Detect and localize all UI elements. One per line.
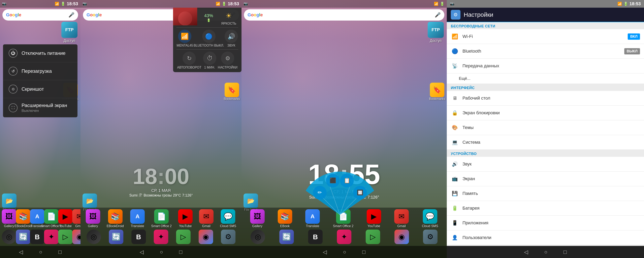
home-button-2[interactable]: ○ — [160, 249, 163, 255]
app-cloudsms-3[interactable]: 💬 Cloud SMS — [422, 209, 438, 228]
dock-helium-1[interactable]: 🔄 — [16, 230, 30, 245]
dock-playstore-3[interactable]: ▷ — [366, 230, 380, 245]
app-gmail-2[interactable]: ✉ Gmail — [199, 209, 214, 228]
dock-chrome-3[interactable]: ◉ — [394, 230, 409, 245]
youtube-icon-1: ▶ — [58, 209, 73, 224]
system-item[interactable]: 💻 Система — [447, 135, 644, 150]
settings-quick-tile[interactable]: ⚙ НАСТРОЙКИ — [218, 52, 238, 69]
app-translate-2[interactable]: A Translate — [130, 209, 145, 228]
storage-item[interactable]: 💾 Память — [447, 186, 644, 201]
search-bar-1[interactable]: Google 🎤 — [2, 9, 78, 21]
dock-orb-2[interactable]: ◎ — [86, 230, 101, 245]
home-button-3[interactable]: ○ — [343, 249, 346, 255]
app-youtube-1[interactable]: ▶ YouTube — [58, 209, 72, 228]
wifi-setting-item[interactable]: 📶 Wi-Fi ВКЛ — [447, 29, 644, 44]
themes-item[interactable]: 🎨 Темы — [447, 120, 644, 135]
app-gallery-1[interactable]: 🖼 Gallery — [2, 209, 16, 228]
youtube-label-3: YouTube — [368, 224, 380, 228]
notification-avatar — [173, 8, 197, 25]
app-smartoffice-1[interactable]: 📄 Smart Office 2 — [44, 209, 58, 228]
autorotate-tile[interactable]: ↻ АВТОПОВОРОТ — [177, 52, 202, 69]
bluetooth-setting-item[interactable]: 🔵 Bluetooth ВЫКЛ — [447, 44, 644, 59]
app-gmail-1[interactable]: ✉ Gmail — [72, 209, 80, 228]
bluetooth-toggle[interactable]: ВЫКЛ — [624, 48, 640, 54]
mic-icon-3[interactable]: 🎤 — [435, 12, 441, 18]
app-gallery-2[interactable]: 🖼 Gallery — [86, 209, 100, 228]
users-item[interactable]: 👤 Пользователи — [447, 230, 644, 245]
app-ebookdroid-1[interactable]: 📚 EBookDroid — [16, 209, 30, 228]
display-icon: 📺 — [451, 175, 459, 183]
bookmarks-2[interactable]: 🔖 Bookmarks — [224, 83, 242, 101]
reboot-button[interactable]: ↺ Перезагрузка — [3, 62, 78, 80]
brightness-label: ЯРКОСТЬ — [221, 22, 236, 25]
dock-bold-1[interactable]: B — [30, 230, 44, 245]
fan-arc-svg: ✏ ⬛ 📋 🔲 — [298, 154, 382, 219]
desktop-item[interactable]: 🖥 Рабочий стол — [447, 91, 644, 106]
display-item[interactable]: 📺 Экран — [447, 172, 644, 186]
back-button-2[interactable]: ◁ — [140, 249, 144, 255]
screenshot-button[interactable]: ⊙ Скриншот — [3, 80, 78, 98]
app-ebookdroid-2[interactable]: 📚 EBookDroid — [107, 209, 124, 228]
recent-button-4[interactable]: □ — [564, 249, 567, 255]
search-bar-3[interactable]: Google 🎤 — [244, 9, 444, 21]
wifi-icon-2: 📶 — [216, 2, 220, 6]
battery-item[interactable]: 🔋 Батарея — [447, 201, 644, 216]
recent-button-2[interactable]: □ — [179, 249, 182, 255]
dock-settings-3[interactable]: ⚙ — [423, 230, 438, 245]
ftp-widget-1[interactable]: FTP Доступ — [62, 22, 78, 43]
dock-vector-1[interactable]: ✦ — [44, 230, 58, 245]
dock-vector-2[interactable]: ✦ — [154, 230, 168, 245]
app-ebookdroid-3[interactable]: 📚 EBook — [278, 209, 292, 228]
dock-area-1: 🖼 Gallery 📚 EBookDroid A Translate 📄 Sma… — [0, 208, 80, 258]
home-button-4[interactable]: ○ — [544, 249, 548, 255]
wifi-tile[interactable]: 📶 MENTAL45 — [177, 30, 193, 47]
dock-chrome-1[interactable]: ◉ — [72, 230, 80, 245]
wifi-toggle[interactable]: ВКЛ — [628, 34, 640, 40]
google-logo-2: Google — [86, 12, 102, 18]
dock-settings-2[interactable]: ⚙ — [221, 230, 236, 245]
home-button-1[interactable]: ○ — [39, 249, 42, 255]
dock-orb-3[interactable]: ◎ — [250, 230, 265, 245]
power-off-button[interactable]: ⏻ Отключить питание — [3, 44, 78, 62]
sound-item[interactable]: 🔊 Звук — [447, 157, 644, 172]
app-cloudsms-2[interactable]: 💬 Cloud SMS — [220, 209, 236, 228]
brightness-tile[interactable]: ☀ ЯРКОСТЬ — [221, 10, 236, 25]
helium-icon-1: 🔄 — [16, 230, 30, 244]
ftp-widget-3[interactable]: FTP Доступ — [428, 22, 444, 43]
data-transfer-item[interactable]: 📡 Передача данных — [447, 59, 644, 73]
app-gmail-3[interactable]: ✉ Gmail — [394, 209, 409, 228]
more-networks-item[interactable]: Ещё... — [447, 73, 644, 84]
helium-icon-2: 🔄 — [109, 230, 123, 244]
section-interface-header: ИНТЕРФЕЙС — [447, 84, 644, 91]
lockscreen-item[interactable]: 🔒 Экран блокировки — [447, 106, 644, 120]
dock-helium-2[interactable]: 🔄 — [109, 230, 123, 245]
back-button-3[interactable]: ◁ — [323, 249, 327, 255]
settings-header: ⚙ Настройки — [447, 8, 644, 22]
dock-playstore-2[interactable]: ▷ — [176, 230, 190, 245]
timeout-tile[interactable]: ⏱ 1 МИН. — [203, 52, 216, 69]
dock-orb-1[interactable]: ◎ — [2, 230, 16, 245]
orb-icon-2: ◎ — [86, 230, 101, 244]
dock-vector-3[interactable]: ✦ — [337, 230, 352, 245]
app-smartoffice-2[interactable]: 📄 Smart Office 2 — [151, 209, 172, 228]
dock-chrome-2[interactable]: ◉ — [199, 230, 213, 245]
expanded-screen-label: Расширенный экран — [22, 103, 67, 108]
dock-helium-3[interactable]: 🔄 — [279, 230, 294, 245]
back-button-4[interactable]: ◁ — [524, 249, 528, 255]
apps-item[interactable]: 📱 Приложения — [447, 216, 644, 230]
recent-button-3[interactable]: □ — [362, 249, 366, 255]
dock-bold-2[interactable]: B — [132, 230, 146, 245]
sound-tile[interactable]: 🔊 ЗВУК — [224, 30, 238, 47]
settings-icon-3: ⚙ — [423, 230, 438, 244]
mic-icon-1[interactable]: 🎤 — [68, 12, 74, 18]
dock-bold-3[interactable]: B — [308, 230, 322, 245]
bluetooth-tile[interactable]: 🔵 BLUETOOTH ВЫКЛ. — [194, 30, 224, 47]
app-gallery-3[interactable]: 🖼 Gallery — [250, 209, 265, 228]
gallery-icon-2: 🖼 — [86, 209, 100, 224]
bookmarks-3[interactable]: 🔖 Bookmarks — [429, 83, 447, 101]
app-youtube-2[interactable]: ▶ YouTube — [178, 209, 192, 228]
expanded-screen-button[interactable]: ⛶ Расширенный экран Выключен — [3, 98, 78, 117]
back-button-1[interactable]: ◁ — [19, 249, 23, 255]
recent-button-1[interactable]: □ — [58, 249, 62, 255]
dock-playstore-1[interactable]: ▷ — [58, 230, 72, 245]
